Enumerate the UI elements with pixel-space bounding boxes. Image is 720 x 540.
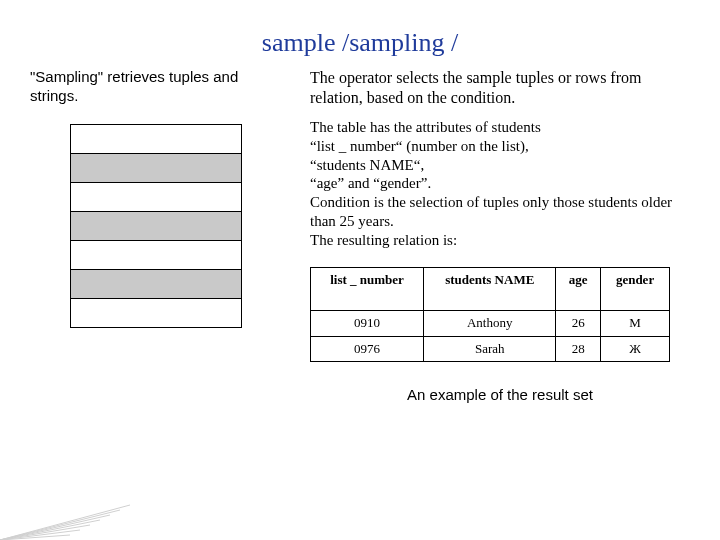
svg-line-2 bbox=[0, 515, 110, 540]
table-cell: 0976 bbox=[311, 336, 424, 361]
table-cell: 28 bbox=[556, 336, 601, 361]
result-table: list _ number students NAME age gender 0… bbox=[310, 267, 670, 362]
desc-line: The resulting relation is: bbox=[310, 232, 457, 248]
table-cell: Sarah bbox=[424, 336, 556, 361]
stripes-diagram bbox=[70, 124, 242, 328]
col-header: gender bbox=[601, 268, 670, 311]
left-text: "Sampling" retrieves tuples and strings. bbox=[30, 68, 290, 106]
svg-line-6 bbox=[0, 535, 70, 540]
desc-line: “age” and “gender”. bbox=[310, 175, 431, 191]
stripe-row bbox=[71, 154, 241, 183]
table-cell: Ж bbox=[601, 336, 670, 361]
svg-line-4 bbox=[0, 525, 90, 540]
desc-line: Condition is the selection of tuples onl… bbox=[310, 194, 672, 229]
description-paragraph: The table has the attributes of students… bbox=[310, 118, 690, 249]
page-title: sample /sampling / bbox=[0, 28, 720, 58]
stripe-row bbox=[71, 212, 241, 241]
table-cell: 0910 bbox=[311, 311, 424, 336]
table-row: 0976 Sarah 28 Ж bbox=[311, 336, 670, 361]
svg-line-1 bbox=[0, 510, 120, 540]
right-column: The operator selects the sample tuples o… bbox=[310, 68, 690, 405]
desc-line: “list _ number“ (number on the list), bbox=[310, 138, 529, 154]
stripe-row bbox=[71, 241, 241, 270]
table-cell: М bbox=[601, 311, 670, 336]
table-row: 0910 Anthony 26 М bbox=[311, 311, 670, 336]
svg-line-0 bbox=[0, 505, 130, 540]
stripe-row bbox=[71, 183, 241, 212]
intro-paragraph: The operator selects the sample tuples o… bbox=[310, 68, 690, 108]
stripe-row bbox=[71, 125, 241, 154]
stripe-row bbox=[71, 270, 241, 299]
corner-decoration-icon bbox=[0, 480, 160, 540]
desc-line: “students NAME“, bbox=[310, 157, 424, 173]
svg-line-3 bbox=[0, 520, 100, 540]
left-column: "Sampling" retrieves tuples and strings. bbox=[30, 68, 290, 405]
col-header: list _ number bbox=[311, 268, 424, 311]
table-caption: An example of the result set bbox=[310, 386, 690, 405]
table-cell: 26 bbox=[556, 311, 601, 336]
table-cell: Anthony bbox=[424, 311, 556, 336]
svg-line-5 bbox=[0, 530, 80, 540]
table-header-row: list _ number students NAME age gender bbox=[311, 268, 670, 311]
desc-line: The table has the attributes of students bbox=[310, 119, 541, 135]
col-header: age bbox=[556, 268, 601, 311]
stripe-row bbox=[71, 299, 241, 328]
content-columns: "Sampling" retrieves tuples and strings.… bbox=[0, 68, 720, 405]
col-header: students NAME bbox=[424, 268, 556, 311]
